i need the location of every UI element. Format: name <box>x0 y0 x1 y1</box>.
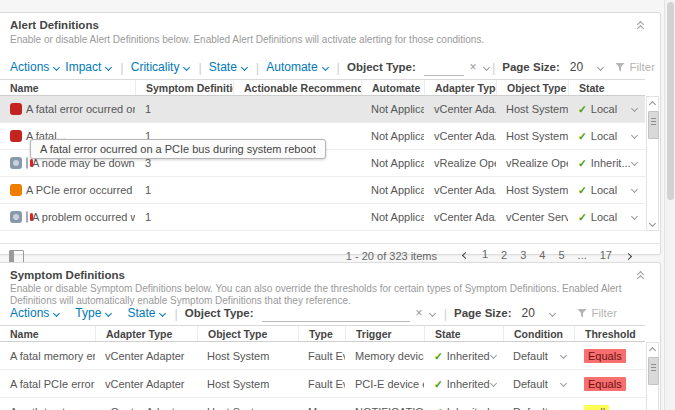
column-header-adapter-type[interactable]: Adapter Type <box>424 80 496 95</box>
column-header-condition[interactable]: Condition <box>503 326 574 341</box>
info-icon <box>10 157 22 169</box>
filter-funnel-icon <box>615 62 625 72</box>
page-size-value[interactable]: 20 <box>570 60 583 74</box>
actions-menu[interactable]: Actions <box>10 60 61 74</box>
column-header-trigger[interactable]: Trigger <box>345 326 424 341</box>
state-dropdown[interactable]: Inherited <box>424 406 503 410</box>
chevron-down-icon[interactable] <box>549 311 557 317</box>
alert-panel-description: Enable or disable Alert Definitions belo… <box>10 34 650 46</box>
column-header-name[interactable]: Name <box>0 326 95 341</box>
clear-icon[interactable] <box>470 62 477 72</box>
page-number[interactable]: 17 <box>600 249 612 263</box>
chevron-down-icon[interactable] <box>429 311 437 317</box>
collapse-panel-icon[interactable] <box>635 270 647 282</box>
collapse-panel-icon[interactable] <box>635 20 647 32</box>
page-number[interactable]: 5 <box>558 249 564 263</box>
check-icon <box>578 184 587 196</box>
chevron-down-icon[interactable] <box>483 65 485 71</box>
column-header-type[interactable]: Type <box>298 326 345 341</box>
check-icon <box>434 406 443 410</box>
table-scrollbar[interactable] <box>646 342 659 410</box>
filter-input[interactable]: Filter <box>577 307 617 319</box>
column-picker-icon[interactable] <box>9 250 24 263</box>
threshold-badge: Equals <box>584 377 626 391</box>
column-header-threshold[interactable]: Threshold <box>574 326 636 341</box>
page-number[interactable]: 2 <box>501 249 507 263</box>
table-row[interactable]: A fatal PCIe error oc... vCenter Adapter… <box>0 370 645 398</box>
chevron-down-icon <box>322 65 330 71</box>
tooltip: A fatal error ocurred on a PCIe bus duri… <box>30 139 326 159</box>
chevron-down-icon <box>159 311 167 317</box>
scrollbar-thumb[interactable] <box>648 357 659 385</box>
object-type-input[interactable] <box>424 59 464 76</box>
chevron-down-icon <box>105 65 113 71</box>
type-menu[interactable]: Type <box>75 306 113 320</box>
divider: | <box>444 306 447 321</box>
chevron-down-icon <box>183 65 191 71</box>
filter-funnel-icon <box>577 308 587 318</box>
chevron-down-icon <box>631 187 639 193</box>
check-icon <box>578 157 587 169</box>
state-menu[interactable]: State <box>127 306 167 320</box>
condition-dropdown[interactable]: Default <box>503 406 574 410</box>
scroll-up-icon[interactable] <box>649 346 657 352</box>
object-type-label: Object Type: <box>185 307 254 319</box>
column-header-automate[interactable]: Automate <box>361 80 424 95</box>
column-header-name[interactable]: Name <box>0 80 135 95</box>
column-header-state[interactable]: State <box>568 80 645 95</box>
scroll-up-icon[interactable] <box>649 100 657 106</box>
page-size-value[interactable]: 20 <box>522 306 535 320</box>
alert-panel-title: Alert Definitions <box>10 19 99 31</box>
check-icon <box>434 378 443 390</box>
state-dropdown[interactable]: Inherited <box>424 350 503 362</box>
page-scrollbar[interactable] <box>664 0 675 410</box>
state-dropdown[interactable]: Inherited <box>424 378 503 390</box>
criticality-menu[interactable]: Criticality <box>131 60 192 74</box>
page-number[interactable]: 4 <box>539 249 545 263</box>
automate-menu[interactable]: Automate <box>266 60 329 74</box>
chevron-down-icon[interactable] <box>597 65 599 71</box>
prev-page-icon[interactable] <box>462 252 468 260</box>
chevron-down-icon <box>631 160 639 166</box>
state-dropdown[interactable]: Local <box>568 130 645 142</box>
table-row[interactable]: A PCIe error occurred duri... 1 Not Appl… <box>0 177 645 204</box>
column-header-adapter-type[interactable]: Adapter Type <box>95 326 197 341</box>
column-header-object-type[interactable]: Object Type <box>496 80 568 95</box>
table-row[interactable]: A fatal memory error... vCenter Adapter … <box>0 342 645 370</box>
state-menu[interactable]: State <box>209 60 249 74</box>
state-dropdown[interactable]: Local <box>568 211 645 223</box>
actions-menu[interactable]: Actions <box>10 306 61 320</box>
divider: | <box>492 60 495 75</box>
page: Alert Definitions Enable or disable Aler… <box>0 0 675 410</box>
table-row[interactable]: A fatal error ocurred on a ... 1 Not App… <box>0 96 645 123</box>
state-dropdown[interactable]: Inherit... <box>568 157 645 169</box>
critical-icon <box>10 103 22 115</box>
chevron-down-icon <box>560 353 568 359</box>
scrollbar-thumb[interactable] <box>667 2 674 200</box>
state-dropdown[interactable]: Local <box>568 103 645 115</box>
table-row[interactable]: A problem occurred wit... 1 Not Applica.… <box>0 204 645 231</box>
column-header-object-type[interactable]: Object Type <box>197 326 298 341</box>
condition-dropdown[interactable]: Default <box>503 350 574 362</box>
filter-placeholder: Filter <box>591 307 617 319</box>
clear-icon[interactable] <box>416 308 423 318</box>
state-dropdown[interactable]: Local <box>568 184 645 196</box>
divider: | <box>120 60 123 75</box>
chevron-down-icon <box>105 311 113 317</box>
filter-input[interactable]: Filter <box>615 61 655 73</box>
scroll-down-icon[interactable] <box>649 221 657 227</box>
condition-dropdown[interactable]: Default <box>503 378 574 390</box>
table-scrollbar[interactable] <box>646 96 659 231</box>
column-header-symptom-definitions[interactable]: Symptom Definitions <box>135 80 233 95</box>
scrollbar-thumb[interactable] <box>648 111 659 139</box>
object-type-input[interactable] <box>262 305 410 322</box>
table-row[interactable]: A path to storage de... vCenter Adapter … <box>0 398 645 410</box>
column-header-actionable-recommendations[interactable]: Actionable Recommendations <box>233 80 361 95</box>
alert-table-header: Name Symptom Definitions Actionable Reco… <box>0 79 645 96</box>
column-header-state[interactable]: State <box>424 326 503 341</box>
next-page-icon[interactable] <box>626 252 632 260</box>
impact-menu[interactable]: Impact <box>65 60 113 74</box>
warning-icon <box>10 184 22 196</box>
page-number[interactable]: 3 <box>520 249 526 263</box>
check-icon <box>578 103 587 115</box>
